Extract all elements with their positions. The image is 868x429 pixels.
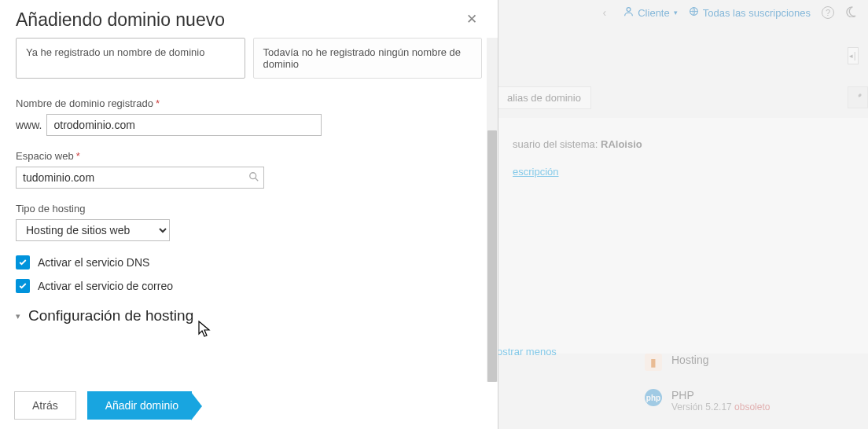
feature-php[interactable]: php PHP Versión 5.2.17 obsoleto [645,389,770,412]
hosting-type-field: Tipo de hosting Hosting de sitios web [16,203,482,241]
obsolete-badge: obsoleto [734,402,770,412]
check-icon [18,281,28,291]
client-menu[interactable]: Cliente ▾ [623,6,677,19]
required-marker: * [76,150,80,162]
back-button[interactable]: Atrás [14,391,76,420]
wrench-icon[interactable] [848,86,868,108]
feature-hosting-label: Hosting [671,354,708,366]
close-icon[interactable]: ✕ [462,9,482,29]
hosting-type-label: Tipo de hosting [16,203,482,214]
webspace-field: Espacio web* [16,150,482,189]
show-less-link[interactable]: ostrar menos [497,346,557,358]
php-icon: php [645,389,662,406]
required-marker: * [156,97,160,109]
chevron-left-icon[interactable]: ‹ [597,6,613,19]
mail-checkbox[interactable] [16,279,30,293]
mail-checkbox-label: Activar el servicio de correo [38,280,173,292]
chevron-down-icon: ▾ [674,9,678,16]
svg-point-0 [627,8,631,12]
tab-domain-alias[interactable]: alias de dominio [497,86,591,109]
hosting-icon: ▮ [645,354,662,371]
show-less-row: ostrar menos [497,346,557,358]
modal-footer: Atrás Añadir dominio [0,382,498,429]
modal-header: Añadiendo dominio nuevo ✕ [0,0,498,37]
add-domain-button[interactable]: Añadir dominio [87,391,192,420]
sysuser-label: suario del sistema: [513,138,598,150]
webspace-label: Espacio web* [16,150,482,162]
option-registered[interactable]: Ya he registrado un nombre de dominio [16,38,245,79]
help-icon[interactable]: ? [822,6,834,19]
globe-icon [689,6,699,19]
user-icon [623,6,634,19]
registration-options: Ya he registrado un nombre de dominio To… [16,38,482,79]
hosting-config-title: Configuración de hosting [28,307,193,324]
modal-body: Ya he registrado un nombre de dominio To… [0,38,498,382]
hosting-type-select[interactable]: Hosting de sitios web [16,219,170,241]
add-domain-modal: Añadiendo dominio nuevo ✕ Ya he registra… [0,0,498,429]
mail-checkbox-row[interactable]: Activar el servicio de correo [16,279,482,293]
check-icon [18,258,28,267]
sysuser-value: RAloisio [601,138,642,150]
chevron-down-icon: ▾ [16,311,20,321]
subscriptions-link[interactable]: Todas las suscripciones [689,6,811,19]
option-not-registered[interactable]: Todavía no he registrado ningún nombre d… [253,38,483,79]
domain-name-field: Nombre de dominio registrado* www. [16,97,482,136]
moon-icon[interactable] [845,6,857,20]
dns-checkbox[interactable] [16,255,30,270]
webspace-input[interactable] [16,167,264,189]
description-link[interactable]: escripción [513,166,559,178]
feature-php-label: PHP [671,389,770,402]
bg-content: suario del sistema: RAloisio escripción [497,118,868,354]
modal-title: Añadiendo dominio nuevo [16,9,225,31]
search-icon[interactable] [248,171,259,185]
domain-name-label: Nombre de dominio registrado* [16,97,482,109]
dns-checkbox-label: Activar el servicio DNS [38,256,149,269]
domain-name-input[interactable] [46,114,322,136]
feature-hosting[interactable]: ▮ Hosting [645,354,708,371]
bg-tabs: alias de dominio [497,86,591,109]
system-user-row: suario del sistema: RAloisio [513,130,852,158]
sidebar-collapse-icon[interactable]: ◂│ [848,47,859,64]
svg-point-2 [250,173,256,179]
client-label: Cliente [638,7,669,19]
svg-line-3 [256,178,259,182]
subscriptions-label: Todas las suscripciones [703,7,811,19]
domain-prefix: www. [16,119,42,131]
feature-php-version: Versión 5.2.17 obsoleto [671,402,770,412]
dns-checkbox-row[interactable]: Activar el servicio DNS [16,255,482,270]
hosting-config-section[interactable]: ▾ Configuración de hosting [16,307,482,324]
